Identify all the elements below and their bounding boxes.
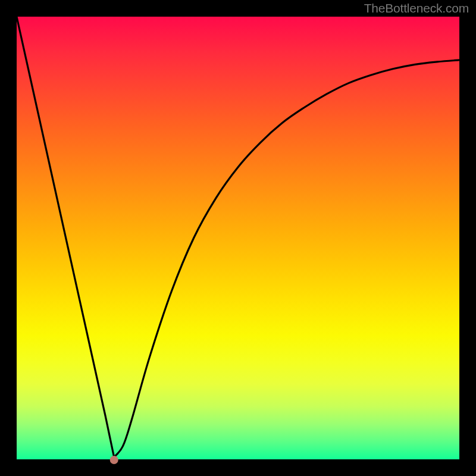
attribution-label: TheBottleneck.com	[364, 1, 469, 15]
chart-frame: TheBottleneck.com	[0, 0, 476, 476]
chart-svg	[17, 17, 459, 459]
min-point-marker	[110, 456, 118, 464]
plot-area	[17, 17, 459, 459]
bottleneck-curve	[17, 17, 459, 457]
